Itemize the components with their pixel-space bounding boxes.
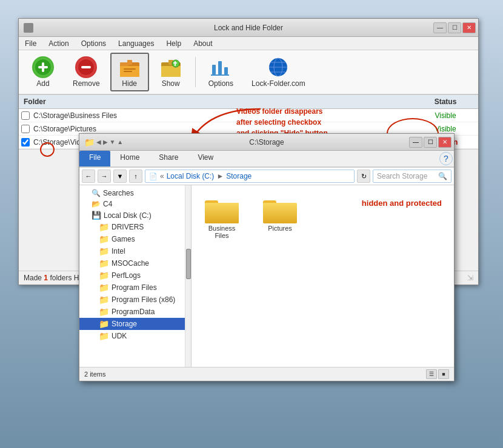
nav-item-c4[interactable]: 📂 C4 [79,199,191,209]
title-bar: Lock and Hide Folder — ☐ ✕ [19,19,478,37]
add-button[interactable]: Add [24,53,62,91]
svg-rect-13 [161,66,181,77]
minimize-button[interactable]: — [433,22,447,33]
explorer-close-button[interactable]: ✕ [438,137,451,148]
file-name: Business Files [201,225,243,239]
toolbar: Add Remove Hid [19,50,478,95]
nav-item-searches[interactable]: 🔍 Searches [79,188,191,199]
nav-scrollbar-thumb[interactable] [186,249,191,279]
explorer-ribbon: File Home Share View ? [79,151,454,168]
address-bar: ← → ▼ ↑ 📄 « Local Disk (C:) ► Storage ↻ … [79,168,454,185]
path-folder[interactable]: Storage [226,172,252,180]
nav-scrollbar[interactable] [185,185,191,367]
tab-view[interactable]: View [188,151,223,166]
tab-share[interactable]: Share [149,151,188,166]
list-item[interactable]: Pictures [256,191,304,242]
folder-icon: 📁 [99,283,109,292]
folder-list-header: Folder Status [19,95,478,109]
nav-item-perflogs[interactable]: 📁 PerfLogs [79,269,191,282]
tab-home[interactable]: Home [110,151,149,166]
nav-c4-label: C4 [103,200,112,208]
view-buttons: ☰ ■ [426,369,449,379]
path-sep2: ► [216,172,224,180]
nav-item-udk[interactable]: 📁 UDK [79,330,191,342]
menu-file[interactable]: File [21,38,40,49]
svg-rect-28 [205,203,239,223]
close-button[interactable]: ✕ [462,22,476,33]
back-button[interactable]: ← [82,170,95,183]
nav-drivers-label: DRIVERS [112,223,144,231]
nav-item-programdata[interactable]: 📁 ProgramData [79,306,191,318]
folder-icon: 📁 [99,246,109,256]
nav-intel-label: Intel [112,247,125,255]
search-input[interactable]: Search Storage 🔍 [373,170,451,183]
file-name: Pictures [268,225,292,232]
explorer-maximize-button[interactable]: ☐ [424,137,437,148]
nav-item-program-files-x86[interactable]: 📁 Program Files (x86) [79,294,191,306]
search-placeholder: Search Storage [377,172,427,180]
nav-item-games[interactable]: 📁 Games [79,233,191,245]
searches-icon: 🔍 [92,189,101,197]
nav-item-program-files[interactable]: 📁 Program Files [79,282,191,294]
c4-icon: 📂 [92,200,101,208]
menu-help[interactable]: Help [162,38,185,49]
menu-about[interactable]: About [190,38,216,49]
nav-item-storage[interactable]: 📁 Storage [79,318,191,330]
remove-icon [75,56,97,78]
title-controls: — ☐ ✕ [433,22,476,33]
nav-games-label: Games [112,235,135,243]
details-view-button[interactable]: ☰ [426,369,437,379]
row2-status: Visible [415,125,476,133]
col-folder-header: Folder [21,96,415,107]
row3-checkbox[interactable] [21,138,30,147]
dropdown-button[interactable]: ▼ [113,170,127,183]
drive-icon: 💾 [92,211,101,220]
nav-item-drivers[interactable]: 📁 DRIVERS [79,221,191,233]
tab-file[interactable]: File [79,151,110,166]
menu-action[interactable]: Action [45,38,72,49]
path-drive[interactable]: Local Disk (C:) [167,172,215,180]
menu-languages[interactable]: Languages [115,38,158,49]
menu-options[interactable]: Options [78,38,110,49]
large-icons-view-button[interactable]: ■ [438,369,449,379]
remove-button[interactable]: Remove [65,53,108,91]
svg-rect-7 [127,60,132,65]
show-button[interactable]: Show [152,53,190,91]
explorer-status-bar: 2 items ☰ ■ [79,367,454,381]
address-path[interactable]: 📄 « Local Disk (C:) ► Storage [145,170,355,183]
hide-button[interactable]: Hide [110,53,149,91]
row2-checkbox[interactable] [21,125,30,133]
nav-programdata-label: ProgramData [112,308,155,316]
nav-item-intel[interactable]: 📁 Intel [79,245,191,257]
remove-label: Remove [73,79,100,88]
website-button[interactable]: Lock-Folder.com [244,53,313,91]
show-icon [160,56,182,78]
folder-icon: 📁 [99,222,109,232]
svg-rect-18 [218,61,222,74]
app-title: Lock and Hide Folder [214,24,283,32]
nav-local-disk-label: Local Disk (C:) [104,211,152,220]
nav-program-files-label: Program Files [112,283,157,292]
explorer-window: 📁 ◀ ▶ ▼ ▲ C:\Storage — ☐ ✕ File Home Sha… [79,133,455,381]
folder-icon: 📁 [99,271,109,280]
options-button[interactable]: Options [201,53,241,91]
ribbon-tabs: File Home Share View ? [79,151,454,167]
row1-checkbox[interactable] [21,111,30,120]
nav-udk-label: UDK [112,332,127,340]
forward-button[interactable]: → [98,170,111,183]
up-button[interactable]: ↑ [129,170,142,183]
options-label: Options [208,79,233,88]
nav-panel: 🔍 Searches 📂 C4 💾 Local Disk (C:) 📁 DRIV… [79,185,192,367]
nav-storage-label: Storage [112,320,137,328]
refresh-button[interactable]: ↻ [357,170,370,183]
nav-item-local-disk[interactable]: 💾 Local Disk (C:) [79,209,191,221]
svg-rect-9 [124,68,136,70]
list-item[interactable]: Business Files [198,191,246,242]
maximize-button[interactable]: ☐ [448,22,461,33]
folder-icon: 📁 [99,259,109,268]
nav-item-msocache[interactable]: 📁 MSOCache [79,257,191,269]
help-button[interactable]: ? [439,152,453,165]
explorer-nav-icons: ◀ ▶ ▼ ▲ [96,139,123,145]
explorer-minimize-button[interactable]: — [409,137,422,148]
add-label: Add [36,79,49,88]
